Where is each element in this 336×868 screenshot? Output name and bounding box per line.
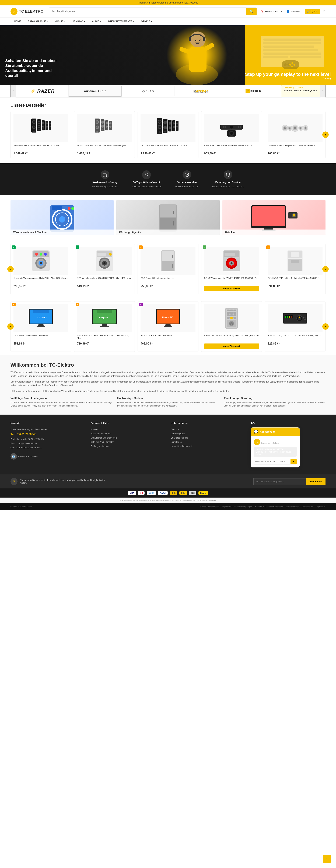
product-name: Cabasse Eole 4 5.1-System 5.1 Lautsprech…	[268, 144, 323, 151]
category-kitchen[interactable]: Küchengroßgeräte	[116, 200, 220, 235]
footer-cookie-link[interactable]: Cookie-Einstellungen	[200, 506, 219, 508]
brand-karcher[interactable]: Kärcher	[174, 86, 227, 97]
footer-link-versand[interactable]: Versandinformationen	[91, 432, 166, 436]
product-card[interactable]: E BAUKNECHT Maschine Toplader MAT Prime …	[265, 244, 326, 294]
card-title: Hochwertige Marken	[117, 397, 219, 400]
logo[interactable]: ⚡ TC ELEKTRO	[10, 8, 45, 15]
product-card[interactable]: Cabasse Eole 4 5.1-System 5.1 Lautsprech…	[265, 111, 326, 158]
hero-right[interactable]: Step up your gameplay to the next level …	[245, 25, 336, 85]
footer-link-kontakt[interactable]: Kontakt	[91, 427, 166, 432]
product-card[interactable]: MONITOR AUDIO Bronze 6G Cinema 200 Walnu…	[10, 111, 71, 158]
footer-contact-form-link[interactable]: Oder über unser Kontaktformular.	[10, 445, 86, 450]
product-card[interactable]: B BEKO Waschmaschine WML71432NR 700 1S40…	[201, 244, 262, 294]
svg-rect-118	[52, 206, 62, 210]
footer-link-environment[interactable]: Umwelt & Arbeitsschutz	[171, 444, 245, 448]
add-to-cart-button[interactable]: In den Warenkorb	[204, 343, 259, 349]
brand-austrian-audio[interactable]: Austrian Audio	[69, 86, 122, 97]
newsletter-email-input[interactable]	[254, 478, 306, 485]
category-heimkino[interactable]: Heimkino	[223, 200, 326, 235]
energy-label-b: B	[203, 245, 206, 249]
chat-message: Herzlich Willkommen bei TC-Elektro24.de.…	[254, 447, 297, 457]
add-to-cart-button[interactable]: In den Warenkorb	[204, 286, 259, 291]
nav-bath[interactable]: BAD & WÄSCHE ▾	[24, 18, 51, 25]
cart-button[interactable]: 🛒 0,00 €	[305, 9, 320, 14]
footer-agb-link[interactable]: Allgemeine Geschäftsbedingungen	[222, 506, 252, 508]
login-button[interactable]: 👤 Anmelden	[286, 9, 301, 13]
appliances-prev-arrow[interactable]: ‹	[7, 266, 14, 272]
product-card[interactable]: MONITOR AUDIO Bronze 6G Cinema 500 schwa…	[138, 111, 198, 158]
chat-send-button[interactable]: ➤	[291, 459, 297, 464]
wishlist-icon[interactable]: ♡	[323, 10, 326, 13]
appliances-next-arrow[interactable]: ›	[322, 266, 329, 272]
brand-slider-next[interactable]: ›	[320, 85, 326, 97]
svg-rect-78	[172, 120, 175, 131]
brand-ohelen[interactable]: ◎HELEN	[122, 86, 174, 96]
svg-text:LG QNED: LG QNED	[37, 316, 47, 319]
footer-datenschutz-link[interactable]: Datenschutz	[302, 506, 312, 508]
product-card[interactable]: Yamaha PX10, 1200 W, D.D.1ti, 101 dB, 12…	[265, 301, 326, 352]
nav-kitchen[interactable]: KÜCHE ▾	[51, 18, 68, 25]
promo-title: Niedrige Preise zu bester Qualität	[284, 89, 317, 92]
product-image: Philips 75"	[77, 304, 132, 332]
search-button[interactable]: 🔍	[246, 8, 257, 15]
newsletter-bar: ✉ Abonnieren Sie den kostenlosen Newslet…	[0, 474, 336, 489]
nav-music[interactable]: MUSIKINSTRUMENTE ▾	[105, 18, 138, 25]
footer-impressum-link[interactable]: Impressum	[316, 506, 326, 508]
products-next-arrow[interactable]: ›	[322, 131, 329, 138]
chat-input[interactable]	[254, 459, 291, 464]
feature-free-delivery: Kostenlose Lieferung Für Bestellungen üb…	[92, 170, 117, 188]
nav-audio[interactable]: AUDIO ▾	[89, 18, 105, 25]
feature-subtitle: Für Bestellungen über 75 €	[92, 185, 117, 188]
footer-widerruf-link[interactable]: Widerrufsrecht	[286, 506, 299, 508]
welcome-card-brands: Hochwertige Marken Unsere Partnerschafte…	[117, 397, 219, 408]
product-card[interactable]: E LG QNED LG 50QNED756RA QNED-Fernseher …	[10, 301, 71, 352]
brand-kicker[interactable]: K KICKER	[227, 86, 279, 97]
product-card[interactable]: G Hisense 70" Hisense 70E61KT LED-Fernse…	[138, 301, 198, 352]
svg-rect-157	[225, 253, 235, 256]
product-card[interactable]: MONITOR AUDIO Bronze 6G Cinema 200 weiß/…	[74, 111, 135, 158]
help-button[interactable]: ❓ Hilfe & Kontakt ▾	[260, 9, 282, 13]
header-actions: ❓ Hilfe & Kontakt ▾ 👤 Anmelden 🛒 0,00 € …	[260, 9, 326, 14]
electronics-prev-arrow[interactable]: ‹	[7, 323, 14, 330]
svg-point-40	[42, 126, 44, 128]
hero-left[interactable]: Schalten Sie ab und erleben Sie atembera…	[0, 25, 245, 85]
footer-link-defekt[interactable]: Defektes Produkt melden	[91, 440, 166, 444]
footer-email-link[interactable]: E-Mail: info@tc-elektro24.de	[10, 441, 86, 445]
nav-heimkino[interactable]: HEIMKINO ▾	[68, 18, 89, 25]
footer-link-quality[interactable]: Qualitätssicherung	[171, 436, 245, 440]
nav-gaming[interactable]: GAMING ▾	[137, 18, 156, 25]
electronics-next-arrow[interactable]: ›	[322, 323, 329, 330]
product-name: MONITOR AUDIO Bronze 6G Cinema 500 schwa…	[140, 144, 195, 151]
brand-razer[interactable]: ⚡ RAZER	[16, 85, 69, 97]
product-card[interactable]: E AEG Einbaukühlgefrierkombinatio... 756…	[138, 244, 198, 294]
category-washing[interactable]: Waschmaschinen & Trockner	[10, 200, 113, 235]
product-card[interactable]: IDENCOM Codetastatur BioKey Inside Premi…	[201, 301, 262, 352]
footer-link-zahlung[interactable]: Zahlungsmethoden	[91, 444, 166, 448]
appliances-grid: A Hanseatic Waschmaschine HWM714A,	[10, 244, 326, 294]
electronics-section: ‹ E LG QNED LG 50QNED756RA QNED-Fernsehe…	[0, 298, 336, 355]
footer-link-about[interactable]: Über uns	[171, 427, 245, 432]
footer-link-umtausch[interactable]: Umtauschen und Stornieren	[91, 436, 166, 440]
footer-link-prices[interactable]: Dauertiefpreise	[171, 432, 245, 436]
product-card[interactable]: E Philips 75" Philips 75PUS8108/12 LED-F…	[74, 301, 135, 352]
product-card[interactable]: A AEG Waschmaschine 7000 LR7A70490, 9 kg…	[74, 244, 135, 294]
product-price: 453,99 €*	[13, 342, 68, 345]
chat-agent: TC tc-elektro24.de Donnerstag, 1. Februa…	[254, 439, 297, 445]
svg-rect-191	[233, 312, 236, 314]
brand-slider-prev[interactable]: ‹	[10, 85, 16, 97]
nav-home[interactable]: HOME	[10, 18, 24, 25]
product-card[interactable]: Bose Smart Ultra Soundbar + Bass Module …	[201, 111, 262, 158]
search-input[interactable]	[49, 8, 246, 15]
footer-battery-link[interactable]: Batterie- & Elektronikrücknahme	[255, 506, 283, 508]
svg-point-161	[231, 262, 233, 264]
footer-link-compliance[interactable]: Compliance	[171, 440, 245, 444]
svg-text:Philips 75": Philips 75"	[99, 316, 109, 319]
bestseller-grid: MONITOR AUDIO Bronze 6G Cinema 200 Walnu…	[10, 111, 326, 158]
footer-phone[interactable]: Tel.: 05261 7080048	[10, 432, 86, 437]
svg-point-96	[284, 127, 286, 129]
product-price: 391,85 €*	[268, 285, 323, 288]
footer-tc-col: TC- 💬 Konversation TC tc-elektro24.de Do…	[251, 422, 326, 467]
newsletter-submit-button[interactable]: Abonnieren	[306, 478, 326, 485]
product-card[interactable]: A Hanseatic Waschmaschine HWM714A,	[10, 244, 71, 294]
product-price: 963,49 €*	[204, 152, 259, 155]
